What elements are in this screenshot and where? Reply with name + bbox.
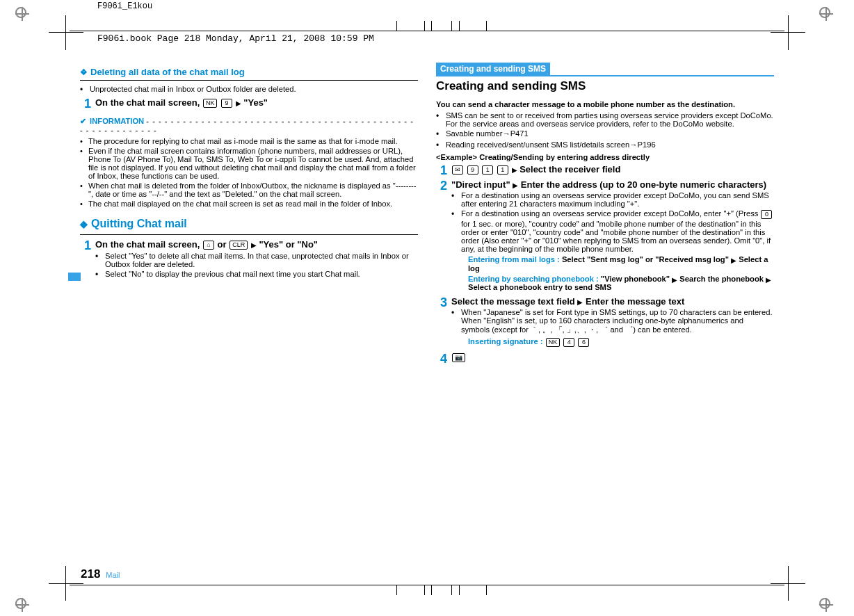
triangle-icon: ▶ [251,241,257,249]
text: for 1 sec. or more), "country code" and … [461,220,771,253]
triangle-icon: ▶ [236,99,241,107]
section-title: Creating and sending SMS [436,79,774,93]
section-name: Mail [106,571,120,579]
page-number: 218 Mail [81,567,120,581]
text: Unprotected chat mail in Inbox or Outbox… [90,85,296,95]
divider [80,234,418,235]
crop-mark-tl [49,15,83,50]
information-list: The procedure for replying to chat mail … [80,137,418,208]
text: On the chat mail screen, [95,239,202,250]
text: When chat mail is deleted from the folde… [88,181,418,198]
text: Savable number→P471 [446,129,529,139]
step-text: On the chat mail screen, ⌂ or CLR ▶ "Yes… [95,239,418,250]
right-column: Creating and sending SMS Creating and se… [436,63,774,574]
triangle-icon: ▶ [766,275,771,283]
text: For a destination using an overseas serv… [461,209,774,253]
entering-by-phonebook: Entering by searching phonebook : "View … [468,275,774,292]
tick-bot-right [431,585,487,595]
step-3-sms: 3 Select the message text field ▶ Enter … [440,296,774,350]
text: SMS can be sent to or received from part… [446,111,774,128]
crop-gear-tr [819,7,839,18]
inserting-signature: Inserting signature : NK 4 6 [468,337,774,348]
step-2-sms: 2 "Direct input" ▶ Enter the address (up… [440,179,774,293]
step-number: 1 [84,97,95,110]
step-1-sms: 1 ✉ 9 1 1 ▶ Select the receiver field [440,164,774,177]
text: Select the receiver field [519,164,620,175]
text: Enter the message text [586,296,684,307]
text: For a destination using an overseas serv… [461,209,760,218]
key-mail: ✉ [452,165,463,175]
doc-id: F906i_E1kou [97,1,152,11]
step-number: 1 [84,239,95,252]
text: Select a phonebook entry to send SMS [468,283,611,291]
sub-label: Entering by searching phonebook : [468,275,601,283]
key-6: 6 [578,338,589,347]
tick-top-right [431,21,487,31]
entering-from-logs: Entering from mail logs : Select "Sent m… [468,255,774,273]
text: The chat mail displayed on the chat mail… [88,200,392,208]
text: Enter the address (up to 20 one-byte num… [521,179,766,190]
heading-deleting: Deleting all data of the chat mail log [80,67,418,77]
key-1: 1 [482,165,493,175]
step-number: 3 [440,296,451,309]
page-number-value: 218 [81,567,100,581]
triangle-icon: ▶ [577,298,583,306]
step-number: 1 [440,164,451,177]
triangle-icon: ▶ [513,181,518,189]
key-clr: CLR [229,241,248,250]
key-9: 9 [221,99,232,108]
text: Select the message text field [451,296,575,307]
key-0: 0 [761,210,772,219]
key-camera: 📷 [452,353,465,362]
heading-quitting: Quitting Chat mail [80,218,418,230]
example-heading: <Example> Creating/Sending by entering a… [436,153,774,161]
divider [80,80,418,81]
crop-mark-tr [771,15,805,50]
text: "Yes" [243,97,268,108]
sub-label: Inserting signature : [468,338,545,346]
step-1-quit: 1 On the chat mail screen, ⌂ or CLR ▶ "Y… [84,239,418,281]
triangle-icon: ▶ [731,257,736,264]
text: "Yes" or "No" [259,239,318,250]
triangle-icon: ▶ [672,275,677,283]
text: or [218,239,229,250]
text: Even if the chat mail screen contains in… [88,147,418,180]
crop-gear-br [819,598,839,609]
text: The procedure for replying to chat mail … [88,137,398,145]
key-9: 9 [467,165,478,175]
section-label: Creating and sending SMS [436,63,550,75]
side-tab [68,273,81,281]
crop-gear-bl [15,598,35,609]
crop-gear-tl [15,7,35,18]
key-nk: NK [203,99,218,108]
step-4-sms: 4 📷 [440,352,774,365]
text-line: Unprotected chat mail in Inbox or Outbox… [80,85,418,95]
text: Select "Yes" to delete all chat mail ite… [105,252,418,268]
key-nk: NK [546,338,561,347]
triangle-icon: ▶ [512,166,517,174]
text: INFORMATION [90,117,144,125]
information-heading: INFORMATION - - - - - - - - - - - - - - … [80,117,418,134]
crop-mark-br [771,566,805,601]
crop-mark-bl [49,566,83,601]
text: For a destination using an overseas serv… [461,191,774,208]
step-text: On the chat mail screen, NK 9 ▶ "Yes" [95,97,268,108]
step-number: 2 [440,179,451,192]
text: "Direct input" [451,179,510,190]
step-1: 1 On the chat mail screen, NK 9 ▶ "Yes" [84,97,418,110]
key-home: ⌂ [203,241,214,250]
section-label-wrap: Creating and sending SMS [436,63,774,76]
text: Select "No" to display the previous chat… [105,270,360,279]
text: "View phonebook" [601,275,670,283]
sub-label: Entering from mail logs : [468,255,562,264]
step-number: 4 [440,352,451,365]
text: On the chat mail screen, [95,97,202,108]
text: When "Japanese" is set for Font type in … [461,308,774,335]
text: You can send a character message to a mo… [436,100,774,108]
top-rule [70,31,784,31]
key-4: 4 [563,338,574,347]
text: Search the phonebook [679,275,764,283]
text: Reading received/sent/unsent SMS list/de… [446,140,656,150]
left-column: Deleting all data of the chat mail log U… [80,63,418,574]
key-1: 1 [497,165,508,175]
